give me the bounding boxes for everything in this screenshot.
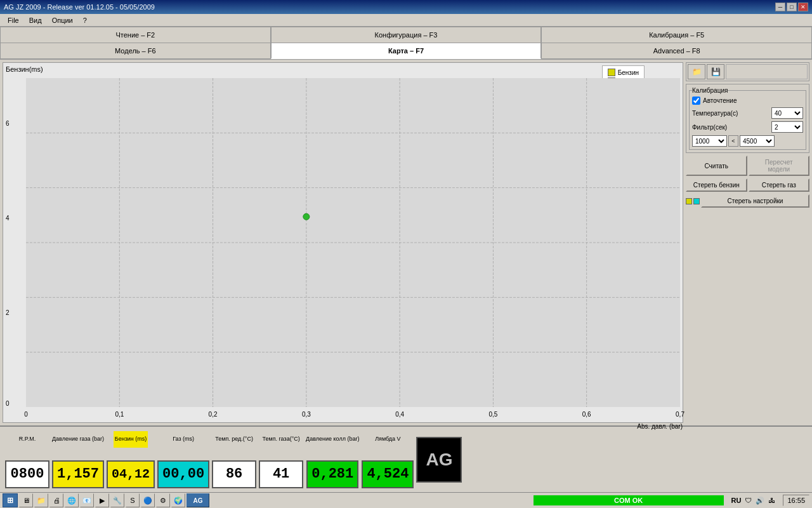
temp-select[interactable]: 40 60 80 xyxy=(771,107,803,119)
legend-benzin: Бензин xyxy=(608,69,639,76)
title-bar-controls: ─ □ ✕ xyxy=(775,3,808,11)
close-button[interactable]: ✕ xyxy=(798,3,808,11)
tab-calibration[interactable]: Калибрация – F5 xyxy=(541,27,812,43)
gauge-gas-pressure-value: 1,157 xyxy=(52,460,104,488)
time-display: 16:55 xyxy=(783,495,809,506)
taskbar-btn-10[interactable]: ⚙ xyxy=(156,493,170,507)
taskbar-btn-2[interactable]: 📁 xyxy=(34,493,48,507)
gauge-pressure-koll-value: 0,281 xyxy=(306,460,358,488)
gauge-lambda: Лямбда V 4,524 xyxy=(362,431,414,488)
menu-help[interactable]: ? xyxy=(78,15,92,25)
gauge-gaz-ms-value: 00,00 xyxy=(157,460,209,488)
locale-indicator: RU xyxy=(731,497,742,504)
x-label-01: 0,1 xyxy=(115,411,124,418)
clear-benzin-button[interactable]: Стереть бензин xyxy=(686,178,747,192)
menu-options[interactable]: Опции xyxy=(47,15,78,25)
tab-advanced[interactable]: Advanced – F8 xyxy=(541,43,812,59)
menu-bar: File Вид Опции ? xyxy=(0,14,812,27)
bottom-gauges: R.P.M. 0800 Давление газа (bar) 1,157 Бе… xyxy=(0,425,812,492)
tab-read[interactable]: Чтение – F2 xyxy=(0,27,271,43)
x-axis-unit: Abs. давл. (bar) xyxy=(637,423,683,430)
gauge-rpm-value: 0800 xyxy=(5,460,49,488)
com-ok-status: COM OK xyxy=(534,495,724,505)
range-right-select[interactable]: 4500 6000 xyxy=(740,135,775,147)
status-bar: ⊞ 🖥 📁 🖨 🌐 📧 ▶ 🔧 S 🔵 ⚙ 🌍 AG COM OK RU 🛡 🔊… xyxy=(0,492,812,508)
chart-label: Бензин(ms) xyxy=(6,65,43,73)
tab-bar-top: Чтение – F2 Конфигурация – F3 Калибрация… xyxy=(0,27,812,43)
gauge-benzin-ms: Бензин (ms) 04,12 xyxy=(107,431,155,488)
x-label-06: 0,6 xyxy=(582,411,591,418)
gauge-temp-red: Темп. ред.(°C) 86 xyxy=(212,431,256,488)
maximize-button[interactable]: □ xyxy=(787,3,797,11)
y-label-4: 4 xyxy=(6,214,10,221)
x-label-02: 0,2 xyxy=(209,411,218,418)
right-panel: 📁 💾 Калибрация Авточтение Температура(с)… xyxy=(686,62,809,423)
tab-config[interactable]: Конфигурация – F3 xyxy=(271,27,542,43)
gauge-benzin-ms-value: 04,12 xyxy=(107,460,155,488)
autoread-row: Авточтение xyxy=(692,97,803,105)
gauge-temp-gaz-value: 41 xyxy=(259,460,303,488)
recalc-button[interactable]: Пересчет модели xyxy=(749,156,810,176)
tab-model[interactable]: Модель – F6 xyxy=(0,43,271,59)
start-button[interactable]: ⊞ xyxy=(3,493,18,507)
taskbar-btn-9[interactable]: 🔵 xyxy=(141,493,155,507)
volume-icon: 🔊 xyxy=(756,497,764,505)
y-axis-labels: 0 2 4 6 xyxy=(6,76,26,407)
y-label-6: 6 xyxy=(6,119,10,126)
taskbar-btn-7[interactable]: 🔧 xyxy=(110,493,124,507)
chart-area: Бензин(ms) Бензин Газ xyxy=(3,62,683,423)
x-label-04: 0,4 xyxy=(395,411,404,418)
gauge-gaz-ms: Газ (ms) 00,00 xyxy=(157,431,209,488)
save-icon-button[interactable]: 💾 xyxy=(707,64,724,79)
svg-point-11 xyxy=(303,213,310,220)
gauge-temp-red-label: Темп. ред.(°C) xyxy=(215,431,253,448)
autoread-checkbox[interactable] xyxy=(692,97,700,105)
x-label-0: 0 xyxy=(24,411,28,418)
filter-label: Фильтр(сек) xyxy=(692,124,727,131)
menu-vid[interactable]: Вид xyxy=(24,15,47,25)
system-tray: RU 🛡 🔊 🖧 xyxy=(731,497,776,505)
action-buttons-grid: Считать Пересчет модели xyxy=(686,156,809,176)
x-label-03: 0,3 xyxy=(302,411,311,418)
network-icon: 🖧 xyxy=(768,497,775,504)
taskbar-btn-8[interactable]: S xyxy=(126,493,140,507)
calibration-group: Калибрация Авточтение Температура(с) 40 … xyxy=(686,84,809,153)
chart-svg xyxy=(26,78,680,407)
title-text: AG JZ 2009 - Release ver 01.12.05 - 05/0… xyxy=(4,3,155,11)
clear-gaz-button[interactable]: Стереть газ xyxy=(749,178,810,192)
legend-benzin-color xyxy=(608,69,615,76)
taskbar-btn-5[interactable]: 📧 xyxy=(80,493,94,507)
gauge-temp-gaz-label: Темп. газа(°C) xyxy=(262,431,299,448)
range-left-select[interactable]: 1000 500 xyxy=(692,135,727,147)
open-icon-button[interactable]: 📁 xyxy=(688,64,705,79)
taskbar-btn-1[interactable]: 🖥 xyxy=(19,493,33,507)
gauge-pressure-koll-label: Давление колл (bar) xyxy=(306,431,359,448)
clear-buttons-grid: Стереть бензин Стереть газ xyxy=(686,178,809,192)
panel-icons: 📁 💾 xyxy=(686,62,809,81)
range-arrow-button[interactable]: < xyxy=(728,135,738,147)
taskbar-btn-6[interactable]: ▶ xyxy=(95,493,109,507)
read-button[interactable]: Считать xyxy=(686,156,747,176)
gauge-gas-pressure-label: Давление газа (bar) xyxy=(52,431,104,448)
taskbar-icons: ⊞ 🖥 📁 🖨 🌐 📧 ▶ 🔧 S 🔵 ⚙ 🌍 AG xyxy=(3,493,209,507)
gauge-temp-gaz: Темп. газа(°C) 41 xyxy=(259,431,303,488)
clear-settings-button[interactable]: Стереть настройки xyxy=(701,194,809,208)
title-bar: AG JZ 2009 - Release ver 01.12.05 - 05/0… xyxy=(0,0,812,14)
tab-map[interactable]: Карта – F7 xyxy=(271,43,542,59)
taskbar-app-btn[interactable]: AG xyxy=(187,493,209,507)
taskbar-btn-3[interactable]: 🖨 xyxy=(49,493,63,507)
main-content: Бензин(ms) Бензин Газ xyxy=(0,60,812,425)
menu-file[interactable]: File xyxy=(3,15,24,25)
y-label-0: 0 xyxy=(6,400,10,407)
calibration-title: Калибрация xyxy=(692,87,728,94)
taskbar-btn-11[interactable]: 🌍 xyxy=(171,493,185,507)
temp-label: Температура(с) xyxy=(692,110,738,117)
ag-logo: AG xyxy=(416,437,462,483)
temp-row: Температура(с) 40 60 80 xyxy=(692,107,803,119)
minimize-button[interactable]: ─ xyxy=(775,3,785,11)
taskbar-btn-4[interactable]: 🌐 xyxy=(65,493,79,507)
gauge-rpm: R.P.M. 0800 xyxy=(5,431,49,488)
tab-bar-bottom: Модель – F6 Карта – F7 Advanced – F8 xyxy=(0,43,812,60)
filter-select[interactable]: 2 5 10 xyxy=(771,121,803,133)
y-label-2: 2 xyxy=(6,309,10,316)
